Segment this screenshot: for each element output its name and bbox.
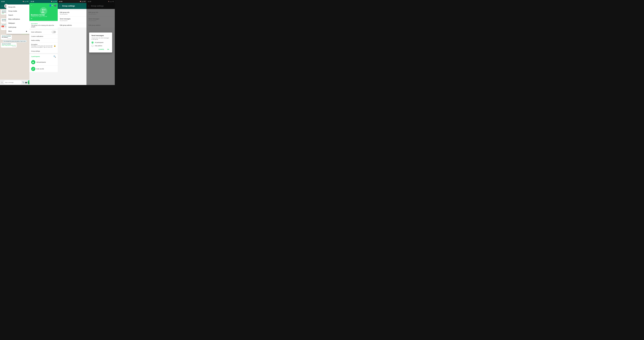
radio-only-admins[interactable]: Only admins [92, 45, 110, 47]
add-participant-icon[interactable]: 👤+ [49, 4, 53, 6]
status-icons-3: ⏰ ▲▲ ▾ ▮ [80, 1, 85, 2]
signal-icon: ▲▲ [52, 1, 55, 2]
edit-pen-icon[interactable]: ✏ [31, 18, 32, 20]
menu-item-mute[interactable]: Mute notifications [6, 17, 29, 21]
menu-item-label: More [8, 30, 12, 32]
menu-item-label: Wallpaper [8, 22, 15, 24]
menu-item-search[interactable]: Search [6, 13, 29, 17]
wifi-icon: ▾ [27, 1, 27, 2]
menu-item-label: Group info [8, 6, 15, 8]
battery-icon: ▮ [85, 1, 85, 2]
menu-item-group-media[interactable]: Group media [6, 9, 29, 13]
radio-all-label: All participants [95, 42, 104, 43]
lock-icon: 🔒 [54, 45, 56, 47]
mute-notifications-item[interactable]: Mute notifications [29, 30, 58, 34]
time-3: 12:18 [59, 1, 62, 2]
camera-icon[interactable]: 📷 [25, 81, 27, 83]
chevron-right-icon: ▶ [26, 30, 27, 32]
encryption-sub: Messages to this group are secured with … [31, 45, 54, 48]
group-info-header: ← 👤+ 📹 Business Group Created by You, to… [29, 3, 58, 21]
alarm-icon: ⏰ [51, 1, 52, 2]
msg-time: 11:33 AM [2, 38, 11, 39]
edit-group-info-sub: All participants [60, 14, 84, 15]
menu-item-label: Label group [8, 26, 16, 28]
pdf-icon: PDF [2, 26, 4, 27]
send-messages-dialog: Send messages Choose who can send messag… [89, 32, 112, 52]
mute-toggle[interactable] [52, 31, 56, 33]
dialog-desc: Choose who can send messages to this gro… [92, 37, 110, 40]
description-text: This group is for sharing info about the… [31, 24, 56, 28]
invite-via-link-label: Invite via link [36, 68, 44, 70]
msg-time: 11:52 AM [2, 46, 16, 47]
menu-item-label: Search [8, 14, 13, 16]
video-icon[interactable]: 📹 [54, 4, 56, 6]
time-1: 12:18 [1, 1, 4, 2]
battery-icon: ▮ [28, 1, 28, 2]
menu-item-label-group[interactable]: Label group [6, 25, 29, 29]
group-settings-panel: 12:18 ⏰ ▲▲ ▾ ▮ ← Group settings Edit gro… [58, 0, 86, 85]
sender-name: Jaroslav Kudritski [2, 36, 11, 36]
status-bar-3: 12:18 ⏰ ▲▲ ▾ ▮ [58, 0, 86, 3]
svg-point-2 [42, 9, 44, 11]
add-participants-item[interactable]: Add participants [29, 59, 58, 66]
group-header-top: ← 👤+ 📹 [29, 4, 58, 6]
encryption-item[interactable]: Encryption Messages to this group are se… [29, 42, 58, 49]
system-message: You changed the group description. Tap t… [3, 40, 26, 42]
send-messages-item[interactable]: Send messages All participants [58, 16, 86, 23]
group-description-section: Description This group is for sharing in… [29, 22, 58, 29]
send-messages-sub: All participants [60, 20, 84, 21]
battery-icon: ▮ [56, 1, 56, 2]
menu-item-more[interactable]: More ▶ [6, 29, 29, 33]
participants-header: 2 participants 🔍 [29, 54, 58, 59]
media-visibility-item[interactable]: Media visibility [29, 38, 58, 42]
menu-item-label: Group media [8, 10, 17, 12]
menu-item-wallpaper[interactable]: Wallpaper [6, 21, 29, 25]
dialog-title: Send messages [92, 34, 110, 36]
edit-group-info-item[interactable]: Edit group info All participants [58, 10, 86, 16]
group-info-panel: 12:18 ⏰ ▲▲ ▾ ▮ ← 👤+ 📹 Business Group Cre… [29, 0, 58, 85]
msg-text: No problem [2, 37, 11, 38]
group-created: Created by You, today at 11:18 AM [31, 16, 47, 17]
status-bar-2: 12:18 ⏰ ▲▲ ▾ ▮ [29, 0, 58, 3]
group-avatar-large [40, 7, 47, 14]
back-arrow-icon[interactable]: ← [59, 5, 61, 7]
svg-point-3 [44, 9, 46, 10]
message-input[interactable] [4, 80, 22, 84]
dialog-actions: CANCEL OK [92, 48, 110, 50]
ok-button[interactable]: OK [106, 48, 110, 50]
signal-icon: ▲▲ [24, 1, 26, 2]
add-participants-label: Add participants [36, 62, 46, 63]
cancel-button[interactable]: CANCEL [98, 48, 105, 50]
wifi-icon: ▾ [55, 1, 56, 2]
radio-all-participants[interactable]: All participants [92, 42, 110, 44]
radio-unselected-icon [92, 45, 94, 47]
emoji-icon[interactable]: ☺ [1, 81, 3, 84]
mic-button[interactable]: 🎤 [28, 80, 29, 84]
radio-selected-icon [92, 42, 94, 44]
group-settings-item[interactable]: Group settings [29, 49, 58, 53]
back-arrow-icon[interactable]: ← [30, 4, 33, 6]
back-arrow-icon[interactable]: ← [1, 5, 3, 7]
list-item: Jaroslav Kudritski No problem 11:33 AM [1, 35, 12, 40]
status-icons-2: ⏰ ▲▲ ▾ ▮ [51, 1, 56, 2]
custom-label: Custom notifications [31, 36, 43, 37]
mic-icon: 🎤 [28, 81, 29, 83]
custom-notifications-item[interactable]: Custom notifications [29, 34, 58, 38]
chat-input-bar: ☺ 📎 📷 🎤 [0, 80, 29, 85]
invite-via-link-item[interactable]: Invite via link [29, 66, 58, 72]
send-messages-title: Send messages [60, 18, 84, 20]
wifi-icon: ▾ [84, 1, 84, 2]
menu-item-group-info[interactable]: Group info [6, 5, 29, 9]
menu-item-label: Mute notifications [8, 18, 20, 20]
alarm-icon: ⏰ [23, 1, 24, 2]
attachment-icon[interactable]: 📎 [22, 81, 24, 83]
search-icon[interactable]: 🔍 [53, 55, 56, 58]
msg-link: https://app.grammarly.com [2, 44, 16, 46]
invite-link-icon [31, 67, 35, 71]
edit-group-info-title: Edit group info [60, 12, 84, 13]
edit-group-admins-item[interactable]: Edit group admins [58, 23, 86, 28]
list-item: Jaroslav Kudritski https://app.grammarly… [1, 43, 17, 48]
add-participant-icon [31, 60, 35, 64]
participants-count: 2 participants [31, 56, 40, 57]
status-icons-1: ⏰ ▲▲ ▾ ▮ [23, 1, 28, 2]
